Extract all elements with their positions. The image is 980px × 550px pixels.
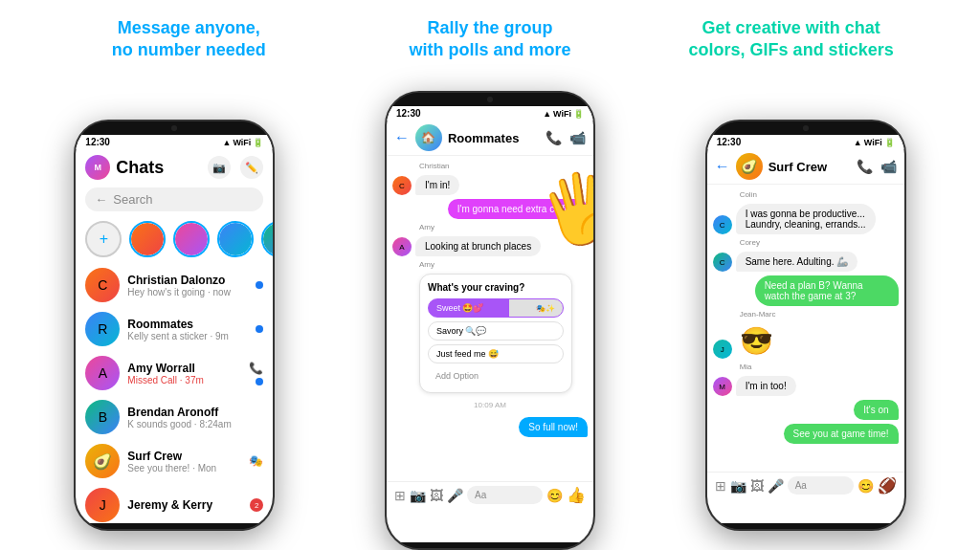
msg-row-sent-green-2: It's on xyxy=(713,400,899,420)
time-3: 12:30 xyxy=(717,137,742,147)
chat-avatar-jeremy: J xyxy=(85,488,120,522)
chat-name-christian: Christian Dalonzo xyxy=(127,274,248,287)
chat-avatar-amy: A xyxy=(85,356,120,390)
battery-icon-3: 🔋 xyxy=(884,138,895,147)
back-button-3[interactable]: ← xyxy=(715,158,730,175)
unread-dot-christian xyxy=(256,281,263,289)
message-input-2[interactable]: Aa xyxy=(467,486,543,504)
time-2: 12:30 xyxy=(396,108,421,119)
headline-right: Get creative with chatcolors, GIFs and s… xyxy=(657,17,925,62)
msg-row-colin: C I was gonna be productive...Laundry, c… xyxy=(713,204,899,234)
chat-name-brendan: Brendan Aronoff xyxy=(127,406,256,419)
emoji-icon-3[interactable]: 😊 xyxy=(858,478,874,494)
chat-item-brendan[interactable]: B Brendan Aronoff K sounds good · 8:24am xyxy=(76,395,273,439)
add-story[interactable]: + xyxy=(85,221,122,257)
chat-header-2: ← 🏠 Roommates 📞 📹 xyxy=(387,121,593,156)
chat-header-name-2: Roommates xyxy=(448,131,540,145)
back-button-2[interactable]: ← xyxy=(394,129,410,146)
poll-option-savory[interactable]: Savory 🔍💬 xyxy=(428,321,564,341)
chat-header-name-3: Surf Crew xyxy=(768,160,851,174)
bubble-mia: I'm in too! xyxy=(736,376,796,396)
headline-left: Message anyone,no number needed xyxy=(55,17,323,62)
input-bar-3: ⊞ 📷 🖼 🎤 Aa 😊 🏈 xyxy=(707,472,904,498)
mic-icon[interactable]: 🎤 xyxy=(447,488,463,503)
chat-avatar-surfcrew: 🥑 xyxy=(85,444,120,478)
messages-area-3: Colin C I was gonna be productive...Laun… xyxy=(707,185,904,472)
chat-item-roommates[interactable]: R Roommates Kelly sent a sticker · 9m xyxy=(76,307,273,351)
emoji-icon[interactable]: 😊 xyxy=(546,488,563,503)
story-1[interactable] xyxy=(129,221,166,257)
grid-icon[interactable]: ⊞ xyxy=(394,488,406,503)
msg-avatar-colin: C xyxy=(713,215,732,234)
msg-sender-corey: Corey xyxy=(740,238,899,247)
chat-name-jeremy: Jeremy & Kerry xyxy=(127,498,242,512)
chat-preview-christian: Hey how's it going · now xyxy=(127,287,248,297)
msg-avatar-corey: C xyxy=(713,253,732,272)
headlines-row: Message anyone,no number needed Rally th… xyxy=(0,0,980,72)
video-call-icon[interactable]: 📹 xyxy=(569,130,586,145)
like-send-icon[interactable]: 👍 xyxy=(567,486,586,504)
msg-time-2: 10:09 AM xyxy=(392,401,588,409)
poll-add-option[interactable]: Add Option xyxy=(428,367,564,385)
search-placeholder: Search xyxy=(113,192,152,207)
bubble-final: So full now! xyxy=(519,417,588,437)
camera-icon[interactable]: 📷 xyxy=(208,156,231,179)
signal-icon-3: ▲ xyxy=(854,138,862,147)
camera-input-icon-3[interactable]: 📷 xyxy=(730,478,746,494)
time-1: 12:30 xyxy=(85,137,110,147)
signal-icon: ▲ xyxy=(222,138,231,147)
message-input-3[interactable]: Aa xyxy=(788,476,854,495)
chat-item-christian[interactable]: C Christian Dalonzo Hey how's it going ·… xyxy=(76,263,273,307)
story-2[interactable] xyxy=(173,221,210,257)
compose-icon[interactable]: ✏️ xyxy=(240,156,263,179)
chats-title: Chats xyxy=(116,158,164,178)
story-row: + xyxy=(76,215,273,263)
msg-sender-jeanmarc: Jean-Marc xyxy=(740,310,899,319)
bubble-plan-b: Need a plan B? Wanna watch the game at 3… xyxy=(755,275,899,306)
video-call-icon-3[interactable]: 📹 xyxy=(880,159,897,174)
bubble-corey: Same here. Adulting. 🦾 xyxy=(736,252,858,272)
input-bar-2: ⊞ 📷 🖼 🎤 Aa 😊 👍 xyxy=(387,481,593,508)
unread-dot-amy xyxy=(256,378,263,385)
user-avatar-1: M xyxy=(85,155,110,180)
chat-item-amy[interactable]: A Amy Worrall Missed Call · 37m 📞 xyxy=(76,351,273,395)
chat-avatar-brendan: B xyxy=(85,400,120,434)
phone-surfcrew: 12:30 ▲ WiFi 🔋 ← 🥑 Surf Crew 📞 📹 xyxy=(705,120,906,531)
poll-option-feed[interactable]: Just feed me 😅 xyxy=(428,344,564,363)
status-bar-1: 12:30 ▲ WiFi 🔋 xyxy=(76,135,273,149)
chat-avatar-christian: C xyxy=(85,268,120,302)
gallery-icon-3[interactable]: 🖼 xyxy=(750,478,764,494)
surfcrew-avatar: 🥑 xyxy=(736,153,763,180)
bubble-see-you: See you at game time! xyxy=(784,424,899,444)
status-bar-2: 12:30 ▲ WiFi 🔋 xyxy=(387,106,593,121)
search-bar[interactable]: ← Search xyxy=(85,187,263,211)
chat-emoji-surfcrew: 🎭 xyxy=(249,454,263,468)
phone-icon: 📞 xyxy=(249,362,263,375)
chat-header-3: ← 🥑 Surf Crew 📞 📹 xyxy=(707,149,904,185)
camera-input-icon[interactable]: 📷 xyxy=(410,488,426,503)
phone-call-icon[interactable]: 📞 xyxy=(546,130,562,145)
football-send-icon[interactable]: 🏈 xyxy=(878,476,897,495)
chat-item-jeremy[interactable]: J Jeremy & Kerry 2 xyxy=(76,483,273,523)
wifi-icon: WiFi xyxy=(233,138,251,147)
msg-row-corey: C Same here. Adulting. 🦾 xyxy=(713,252,899,272)
phone-call-icon-3[interactable]: 📞 xyxy=(857,159,873,174)
poll-card: What's your craving? Sweet 🤩💕 🎭✨ Savory … xyxy=(419,274,572,393)
poll-question: What's your craving? xyxy=(428,282,564,293)
chat-name-amy: Amy Worrall xyxy=(127,362,241,375)
story-3[interactable] xyxy=(217,221,254,257)
story-4[interactable] xyxy=(261,221,273,257)
gallery-icon[interactable]: 🖼 xyxy=(430,488,443,503)
unread-badge: 2 xyxy=(250,498,263,512)
phone-roommates: 🖐️ 12:30 ▲ WiFi 🔋 ← 🏠 Roommates 📞 📹 xyxy=(385,91,595,550)
chat-preview-brendan: K sounds good · 8:24am xyxy=(127,419,256,429)
grid-icon-3[interactable]: ⊞ xyxy=(715,478,726,494)
msg-sender-christian: Christian xyxy=(419,162,588,170)
msg-sender-colin: Colin xyxy=(740,190,899,199)
wifi-icon-2: WiFi xyxy=(553,109,571,119)
mic-icon-3[interactable]: 🎤 xyxy=(768,478,784,494)
bubble-colin: I was gonna be productive...Laundry, cle… xyxy=(736,204,876,234)
phone-chats: 12:30 ▲ WiFi 🔋 M Chats 📷 ✏️ xyxy=(74,120,275,531)
chat-item-surfcrew[interactable]: 🥑 Surf Crew See you there! · Mon 🎭 xyxy=(76,439,273,483)
poll-option-sweet[interactable]: Sweet 🤩💕 🎭✨ xyxy=(428,298,564,318)
